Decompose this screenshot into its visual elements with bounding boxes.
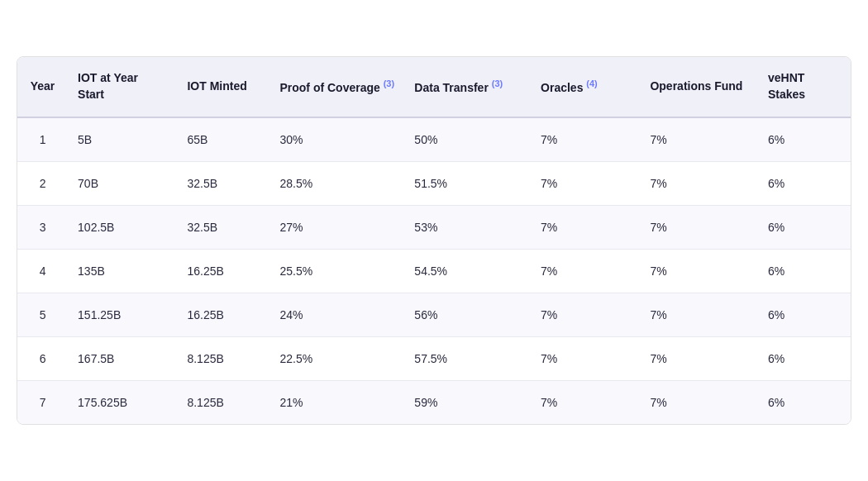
cell-operations-fund: 7% [640,293,758,336]
header-oracles-label: Oracles [541,81,583,94]
cell-iot-minted: 16.25B [177,293,269,336]
table-row: 6167.5B8.125B22.5%57.5%7%7%6% [17,336,851,380]
cell-iot-minted: 32.5B [177,205,269,249]
header-dt-superscript: (3) [492,79,503,88]
table-header-row: Year IOT at Year Start IOT Minted Proof … [17,57,851,117]
cell-vehnt-stakes: 6% [758,161,851,205]
cell-data-transfer: 56% [404,293,531,336]
table-row: 3102.5B32.5B27%53%7%7%6% [17,205,851,249]
header-vehnt-label: veHNT Stakes [768,71,805,101]
header-iot-minted-label: IOT Minted [187,79,246,93]
cell-vehnt-stakes: 6% [758,293,851,336]
cell-year: 7 [17,380,68,424]
cell-data-transfer: 50% [404,117,531,162]
cell-oracles: 7% [531,336,640,380]
table-row: 270B32.5B28.5%51.5%7%7%6% [17,161,851,205]
cell-proof-of-coverage: 22.5% [269,336,404,380]
header-vehnt-stakes: veHNT Stakes [758,57,851,117]
cell-iot-minted: 8.125B [177,380,269,424]
cell-iot-year-start: 135B [68,249,177,293]
cell-proof-of-coverage: 24% [269,293,404,336]
cell-iot-minted: 16.25B [177,249,269,293]
table-body: 15B65B30%50%7%7%6%270B32.5B28.5%51.5%7%7… [17,117,851,424]
header-proof-of-coverage: Proof of Coverage (3) [269,57,404,117]
cell-iot-year-start: 151.25B [68,293,177,336]
table-row: 15B65B30%50%7%7%6% [17,117,851,162]
cell-year: 5 [17,293,68,336]
table-row: 5151.25B16.25B24%56%7%7%6% [17,293,851,336]
cell-data-transfer: 54.5% [404,249,531,293]
header-dt-label: Data Transfer [414,81,488,94]
header-ops-label: Operations Fund [650,79,742,93]
cell-proof-of-coverage: 28.5% [269,161,404,205]
header-poc-superscript: (3) [384,79,394,88]
header-oracles-superscript: (4) [586,79,597,88]
cell-year: 4 [17,249,68,293]
table-row: 7175.625B8.125B21%59%7%7%6% [17,380,851,424]
cell-iot-year-start: 102.5B [68,205,177,249]
cell-operations-fund: 7% [640,117,758,162]
cell-vehnt-stakes: 6% [758,249,851,293]
table-row: 4135B16.25B25.5%54.5%7%7%6% [17,249,851,293]
cell-year: 3 [17,205,68,249]
cell-iot-year-start: 5B [68,117,177,162]
cell-iot-year-start: 175.625B [68,380,177,424]
cell-iot-minted: 8.125B [177,336,269,380]
header-operations-fund: Operations Fund [640,57,758,117]
cell-vehnt-stakes: 6% [758,380,851,424]
cell-iot-year-start: 70B [68,161,177,205]
cell-oracles: 7% [531,161,640,205]
cell-vehnt-stakes: 6% [758,336,851,380]
cell-data-transfer: 59% [404,380,531,424]
cell-oracles: 7% [531,117,640,162]
cell-oracles: 7% [531,205,640,249]
cell-data-transfer: 57.5% [404,336,531,380]
header-year: Year [17,57,68,117]
cell-year: 1 [17,117,68,162]
header-iot-minted: IOT Minted [177,57,269,117]
cell-operations-fund: 7% [640,205,758,249]
cell-operations-fund: 7% [640,380,758,424]
cell-operations-fund: 7% [640,336,758,380]
cell-vehnt-stakes: 6% [758,205,851,249]
cell-oracles: 7% [531,293,640,336]
cell-iot-year-start: 167.5B [68,336,177,380]
cell-iot-minted: 32.5B [177,161,269,205]
header-iot-year-start: IOT at Year Start [68,57,177,117]
cell-iot-minted: 65B [177,117,269,162]
cell-proof-of-coverage: 25.5% [269,249,404,293]
cell-proof-of-coverage: 30% [269,117,404,162]
cell-proof-of-coverage: 21% [269,380,404,424]
cell-year: 6 [17,336,68,380]
cell-vehnt-stakes: 6% [758,117,851,162]
cell-oracles: 7% [531,249,640,293]
main-table-container: Year IOT at Year Start IOT Minted Proof … [17,56,851,424]
cell-operations-fund: 7% [640,161,758,205]
cell-data-transfer: 53% [404,205,531,249]
header-oracles: Oracles (4) [531,57,640,117]
header-year-label: Year [31,79,55,93]
cell-data-transfer: 51.5% [404,161,531,205]
header-poc-label: Proof of Coverage [279,81,379,94]
cell-proof-of-coverage: 27% [269,205,404,249]
header-iot-year-start-label: IOT at Year Start [78,71,138,101]
header-data-transfer: Data Transfer (3) [404,57,531,117]
cell-operations-fund: 7% [640,249,758,293]
cell-oracles: 7% [531,380,640,424]
cell-year: 2 [17,161,68,205]
iot-data-table: Year IOT at Year Start IOT Minted Proof … [17,57,851,423]
